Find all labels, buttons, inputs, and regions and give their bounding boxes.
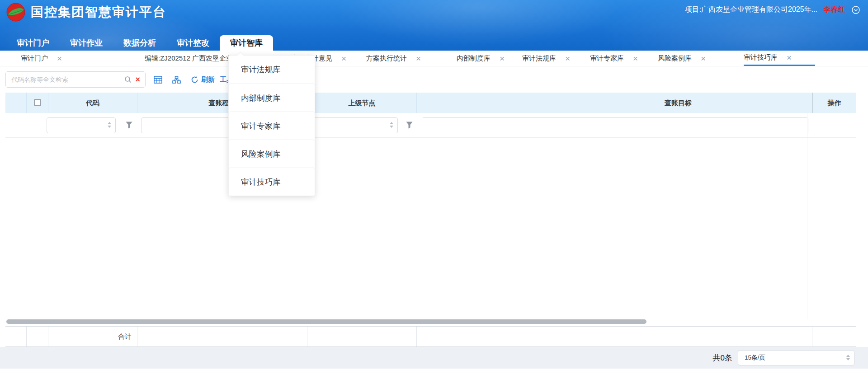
check-target-filter-box <box>422 117 808 133</box>
refresh-icon <box>191 76 198 84</box>
tab-audit-experts-library[interactable]: 审计专家库 × <box>590 51 638 66</box>
close-icon[interactable]: × <box>500 54 505 63</box>
toolbar: × 刷新 工具 <box>0 66 868 93</box>
grid-header-select <box>27 93 48 113</box>
nav-item-audit-work[interactable]: 审计作业 <box>60 35 113 51</box>
menu-item-risk-cases-library[interactable]: 风险案例库 <box>229 140 315 168</box>
fulltext-search-box: × <box>5 71 146 88</box>
close-icon[interactable]: × <box>701 54 706 63</box>
pagination-bar: 共0条 15条/页 <box>0 347 868 369</box>
search-icon[interactable] <box>124 76 132 83</box>
audit-knowledge-dropdown-menu: 审计法规库 内部制度库 审计专家库 风险案例库 审计技巧库 <box>228 55 315 196</box>
close-icon[interactable]: × <box>416 54 421 63</box>
grid-header-index <box>5 93 27 113</box>
company-logo-icon <box>6 3 25 22</box>
app-window: 国控集团智慧审计平台 项目:广西农垦企业管理有限公司2025年... 李春红 审… <box>0 0 868 379</box>
totals-label: 合计 <box>48 327 137 346</box>
select-updown-icon <box>108 122 111 128</box>
main-nav: 审计门户 审计作业 数据分析 审计整改 审计智库 <box>6 35 273 51</box>
nav-item-audit-knowledge[interactable]: 审计智库 <box>220 35 273 51</box>
brand: 国控集团智慧审计平台 <box>6 3 166 22</box>
tab-audit-regulations-library[interactable]: 审计法规库 × <box>522 51 570 66</box>
tab-risk-cases-library[interactable]: 风险案例库 × <box>658 51 706 66</box>
nav-item-audit-portal[interactable]: 审计门户 <box>6 35 60 51</box>
menu-item-audit-skills-library[interactable]: 审计技巧库 <box>229 168 315 196</box>
menu-item-audit-experts-library[interactable]: 审计专家库 <box>229 112 315 140</box>
clear-search-icon[interactable]: × <box>135 75 140 84</box>
close-icon[interactable]: × <box>57 54 62 63</box>
close-icon[interactable]: × <box>633 54 638 63</box>
app-header: 国控集团智慧审计平台 项目:广西农垦企业管理有限公司2025年... 李春红 审… <box>0 0 868 51</box>
page-size-select[interactable]: 15条/页 <box>738 350 854 365</box>
pager: 共0条 15条/页 <box>713 350 854 365</box>
current-project-label: 项目:广西农垦企业管理有限公司2025年... <box>685 5 817 14</box>
refresh-button[interactable]: 刷新 <box>191 75 215 84</box>
search-input[interactable] <box>6 72 124 87</box>
grid-header-code[interactable]: 代码 <box>48 93 137 113</box>
grid-header-parent-node[interactable]: 上级节点 <box>307 93 417 113</box>
parent-node-filter-funnel-icon[interactable] <box>406 122 413 129</box>
tab-plan-execution-stats[interactable]: 方案执行统计 × <box>366 51 421 66</box>
tab-internal-rules-library[interactable]: 内部制度库 × <box>457 51 505 66</box>
table-view-icon[interactable] <box>154 76 162 84</box>
user-name[interactable]: 李春红 <box>824 5 845 14</box>
menu-item-audit-regulations-library[interactable]: 审计法规库 <box>229 56 315 84</box>
refresh-label: 刷新 <box>201 75 215 84</box>
app-title: 国控集团智慧审计平台 <box>31 4 166 21</box>
toolbar-icons: 刷新 <box>154 66 215 93</box>
grid-body-empty <box>5 138 856 319</box>
code-filter-funnel-icon[interactable] <box>126 122 132 129</box>
nav-item-audit-rectification[interactable]: 审计整改 <box>166 35 220 51</box>
close-icon[interactable]: × <box>787 53 792 62</box>
header-right: 项目:广西农垦企业管理有限公司2025年... 李春红 <box>685 5 860 14</box>
grid-filter-row <box>5 113 856 138</box>
select-updown-icon <box>390 122 393 128</box>
tab-audit-portal[interactable]: 审计门户 × <box>21 51 62 66</box>
select-updown-icon <box>846 355 850 360</box>
pinned-column-divider <box>807 138 807 319</box>
grid-footer-row: 合计 <box>5 326 856 347</box>
grid-header: 代码 查账程序 上级节点 查账目标 操作 <box>5 93 856 113</box>
horizontal-scrollbar-thumb[interactable] <box>6 319 646 324</box>
close-icon[interactable]: × <box>565 54 570 63</box>
grid-header-check-target[interactable]: 查账目标 <box>417 93 812 113</box>
tab-audit-skills-library[interactable]: 审计技巧库 × <box>744 51 815 66</box>
nav-item-data-analysis[interactable]: 数据分析 <box>113 35 166 51</box>
pinned-column-divider <box>807 113 807 138</box>
close-icon[interactable]: × <box>341 54 346 63</box>
user-menu-chevron-icon[interactable] <box>852 6 860 14</box>
grid-header-actions: 操作 <box>812 93 856 113</box>
total-count-label: 共0条 <box>713 353 732 363</box>
menu-item-internal-rules-library[interactable]: 内部制度库 <box>229 84 315 112</box>
open-tabs-bar: 审计门户 × 编辑:ZJ202512 广西农垦企业管理有限公司2... × 交换… <box>0 51 868 66</box>
code-filter-select[interactable] <box>47 117 116 133</box>
select-all-checkbox[interactable] <box>34 99 41 106</box>
check-target-filter-input[interactable] <box>422 118 808 133</box>
hierarchy-view-icon[interactable] <box>172 76 181 84</box>
